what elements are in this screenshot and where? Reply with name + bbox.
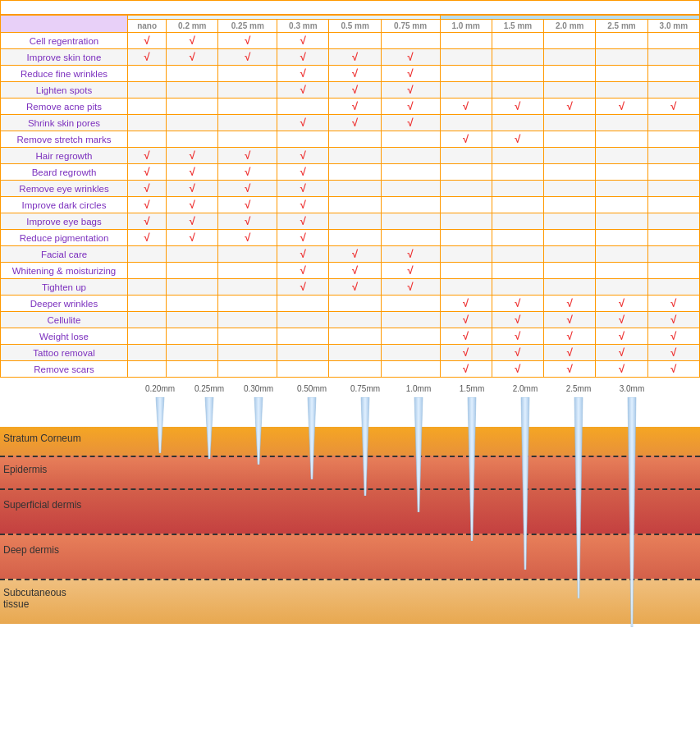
check-cell: √ (440, 296, 492, 312)
check-cell (167, 115, 218, 131)
svg-marker-0 (156, 397, 164, 453)
check-cell (329, 296, 381, 312)
check-cell: √ (128, 148, 167, 164)
check-cell: √ (167, 197, 218, 213)
check-cell (647, 263, 699, 279)
check-cell (647, 115, 699, 131)
table-row: Whitening & moisturizing√√√ (1, 263, 700, 279)
check-cell (492, 279, 543, 296)
layer-stratum-corneum (0, 427, 700, 456)
needle-label-2: 0.30mm (244, 384, 273, 393)
layer-deep-dermis (0, 534, 700, 579)
check-cell (492, 33, 543, 49)
check-cell: √ (381, 82, 440, 99)
col-header-5: 0.75 mm (381, 20, 440, 33)
check-cell: √ (440, 328, 492, 345)
check-cell (440, 246, 492, 263)
check-cell (492, 181, 543, 197)
label-sub: Subcutaneoustissue (3, 587, 66, 610)
check-cell: √ (647, 361, 699, 378)
check-cell (544, 33, 596, 49)
check-cell (544, 246, 596, 263)
skin-item-label: Remove eye wrinkles (1, 181, 128, 197)
skin-care-header (1, 16, 128, 33)
check-cell: √ (492, 99, 543, 115)
needle-label-5: 1.0mm (406, 384, 432, 393)
check-cell (647, 181, 699, 197)
check-cell (596, 181, 647, 197)
table-row: Reduce fine wrinkles√√√ (1, 66, 700, 82)
check-cell (544, 279, 596, 296)
check-cell: √ (167, 33, 218, 49)
check-cell (381, 131, 440, 148)
table-row: Cellulite√√√√√ (1, 312, 700, 328)
check-cell (596, 164, 647, 181)
skin-item-label: Whitening & moisturizing (1, 263, 128, 279)
check-cell: √ (128, 33, 167, 49)
check-cell: √ (167, 164, 218, 181)
needle-label-8: 2.5mm (566, 384, 592, 393)
table-row: Lighten spots√√√ (1, 82, 700, 99)
table-row: Remove stretch marks√√ (1, 131, 700, 148)
check-cell (277, 361, 329, 378)
check-cell (440, 279, 492, 296)
check-cell (492, 230, 543, 246)
check-cell: √ (167, 230, 218, 246)
svg-marker-1 (205, 397, 213, 459)
check-cell: √ (329, 279, 381, 296)
skin-item-label: Facial care (1, 246, 128, 263)
check-cell: √ (492, 361, 543, 378)
check-cell (647, 82, 699, 99)
dashed-line-3 (0, 534, 700, 535)
check-cell: √ (128, 230, 167, 246)
check-cell: √ (128, 213, 167, 230)
check-cell (647, 49, 699, 66)
check-cell (647, 148, 699, 164)
check-cell (167, 82, 218, 99)
check-cell: √ (218, 33, 277, 49)
check-cell (440, 82, 492, 99)
table-row: Cell regentration√√√√ (1, 33, 700, 49)
check-cell: √ (277, 82, 329, 99)
check-cell (492, 246, 543, 263)
check-cell: √ (440, 99, 492, 115)
svg-marker-2 (254, 397, 263, 465)
check-cell: √ (381, 99, 440, 115)
check-cell (381, 181, 440, 197)
needle-svg-9 (624, 397, 640, 627)
check-cell: √ (381, 66, 440, 82)
check-cell: √ (277, 148, 329, 164)
check-cell (440, 263, 492, 279)
needle-svg-2 (250, 397, 267, 465)
check-cell (544, 49, 596, 66)
check-cell (277, 296, 329, 312)
check-cell (218, 296, 277, 312)
check-cell (596, 246, 647, 263)
col-header-9: 2.5 mm (596, 20, 647, 33)
skin-item-label: Beard regrowth (1, 164, 128, 181)
check-cell: √ (277, 49, 329, 66)
check-cell (381, 230, 440, 246)
check-cell: √ (277, 164, 329, 181)
check-cell (218, 345, 277, 361)
check-cell: √ (218, 164, 277, 181)
check-cell: √ (329, 82, 381, 99)
skin-item-label: Lighten spots (1, 82, 128, 99)
skin-diagram: Stratum Corneum Epidermis Superficial de… (0, 378, 700, 616)
skin-item-label: Shrink skin pores (1, 115, 128, 131)
label-epidermis: Epidermis (3, 464, 47, 475)
layer-superficial-dermis (0, 488, 700, 534)
check-cell (218, 246, 277, 263)
needle-svg-1 (201, 397, 217, 459)
main-title (0, 0, 700, 15)
check-cell (492, 115, 543, 131)
check-cell: √ (647, 296, 699, 312)
check-cell: √ (440, 345, 492, 361)
check-cell (128, 246, 167, 263)
check-cell (381, 312, 440, 328)
table-row: Remove acne pits√√√√√√√ (1, 99, 700, 115)
skin-item-label: Cellulite (1, 312, 128, 328)
check-cell (128, 66, 167, 82)
check-cell (596, 66, 647, 82)
table-row: Remove scars√√√√√ (1, 361, 700, 378)
